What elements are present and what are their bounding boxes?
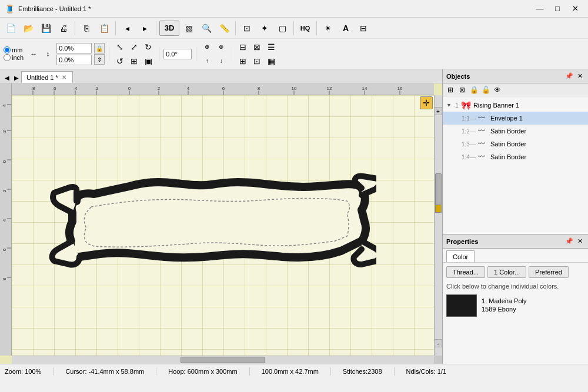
color-hint: Click below to change individual colors.	[443, 282, 588, 291]
tree-item-envelope1[interactable]: 1:1— 〰 Envelope 1	[443, 112, 588, 125]
scrollbar-h-thumb[interactable]	[181, 357, 265, 363]
paste-button[interactable]: 📋	[96, 20, 112, 36]
tab-nav-right[interactable]: ▶	[12, 72, 21, 83]
color-tab[interactable]: Color	[446, 250, 475, 262]
align3[interactable]: ☰	[265, 41, 278, 53]
hq-button[interactable]: HQ	[297, 20, 313, 36]
text-button[interactable]: A	[338, 20, 354, 36]
rotate-cw-button[interactable]: ↻	[142, 41, 155, 53]
inch-radio-label[interactable]: inch	[4, 54, 24, 61]
zoom-in-button[interactable]: +	[434, 107, 442, 115]
tab-nav-left[interactable]: ◀	[2, 72, 12, 83]
nodes-button[interactable]: ⊟	[355, 20, 372, 36]
effects-button[interactable]: ✴	[320, 20, 336, 36]
tree-label-satin1: Satin Border	[490, 128, 526, 135]
obj-lock-btn2[interactable]: 🔓	[480, 85, 491, 95]
width-arrow[interactable]: ↔	[27, 48, 40, 61]
stitch-btn4[interactable]: ↓	[215, 55, 228, 68]
color-swatch-area: 1: Madeira Poly 1589 Ebony	[443, 291, 588, 320]
y-input[interactable]	[56, 55, 92, 65]
tree-satin-icon-1: 〰	[478, 127, 489, 135]
preferred-button[interactable]: Preferred	[529, 266, 569, 278]
tab-close-button[interactable]: ✕	[61, 74, 68, 81]
canvas-grid[interactable]	[12, 95, 434, 356]
tree-num-s1: 1:2—	[462, 128, 476, 135]
objects-tree: ▼ -1 🎀 Rising Banner 1 1:1— 〰 Envelope 1…	[443, 96, 588, 166]
toolbar-separator-2	[115, 21, 116, 35]
expand-button[interactable]: ⇕	[94, 54, 105, 65]
scrollbar-corner	[434, 356, 442, 364]
one-color-button[interactable]: 1 Color...	[487, 266, 526, 278]
rotate-ccw-button[interactable]: ↺	[113, 55, 126, 68]
tree-item-satin3[interactable]: 1:4— 〰 Satin Border	[443, 150, 588, 163]
stitch-btn3[interactable]: ↑	[201, 55, 213, 68]
minimize-button[interactable]: —	[532, 2, 548, 15]
height-arrow[interactable]: ↕	[41, 48, 54, 61]
stitch-btn1[interactable]: ⊕	[201, 41, 213, 53]
thread-button[interactable]: Thread...	[446, 266, 485, 278]
objects-panel: Objects 📌 ✕ ⊞ ⊠ 🔒 🔓 👁 ▼ -1 🎀	[443, 69, 588, 234]
svg-text:-4: -4	[2, 104, 7, 109]
new-button[interactable]: 📄	[2, 20, 19, 36]
obj-view-btn1[interactable]: ⊞	[445, 85, 456, 95]
zoom-out-button[interactable]: -	[434, 339, 442, 347]
flip-v-button[interactable]: ⤢	[128, 41, 141, 53]
properties-pin[interactable]: 📌	[564, 237, 574, 246]
align2[interactable]: ⊠	[250, 41, 263, 53]
angle-input[interactable]	[163, 49, 192, 59]
tree-label-satin3: Satin Border	[490, 153, 526, 160]
align1[interactable]: ⊟	[236, 41, 249, 53]
navigator-button[interactable]: ✛	[420, 96, 433, 109]
objects-panel-pin[interactable]: 📌	[564, 72, 574, 81]
nudge-right-button[interactable]: ▸	[136, 20, 153, 36]
zoom-status: Zoom: 100%	[5, 368, 41, 375]
mm-radio-label[interactable]: mm	[4, 46, 24, 53]
maximize-button[interactable]: □	[549, 2, 566, 15]
lock-button[interactable]: 🔒	[94, 43, 105, 53]
position-status: 100.0mm x 42.7mm	[262, 368, 319, 375]
canvas-viewport[interactable]: -8 -6 -4 -2 0 2 4 6 8	[0, 83, 442, 364]
color-view-button[interactable]: ▧	[181, 20, 197, 36]
grid-button[interactable]: ⊞	[128, 55, 141, 68]
align4[interactable]: ⊞	[236, 55, 249, 68]
tab-untitled1[interactable]: Untitled 1 * ✕	[21, 71, 73, 83]
color-swatch[interactable]	[446, 294, 477, 317]
copy-button[interactable]: ⎘	[78, 20, 95, 36]
open-button[interactable]: 📂	[20, 20, 36, 36]
objects-panel-header: Objects 📌 ✕	[443, 69, 588, 83]
close-button[interactable]: ✕	[567, 2, 583, 15]
scrollbar-vertical[interactable]: + -	[434, 95, 442, 356]
svg-text:0: 0	[2, 160, 7, 163]
align6[interactable]: ▦	[265, 55, 278, 68]
hoop-select-button[interactable]: ⊡	[239, 20, 255, 36]
x-input[interactable]	[56, 43, 92, 53]
scroll-thumb-indicator[interactable]	[435, 205, 442, 213]
properties-close[interactable]: ✕	[575, 237, 584, 246]
tree-item-satin2[interactable]: 1:3— 〰 Satin Border	[443, 138, 588, 150]
obj-lock-btn[interactable]: 🔒	[469, 85, 479, 95]
color-brand: 1: Madeira Poly	[482, 297, 526, 304]
search-button[interactable]: 🔍	[198, 20, 215, 36]
color-info: 1: Madeira Poly 1589 Ebony	[482, 297, 526, 314]
flip-h-button[interactable]: ⤡	[113, 41, 126, 53]
print-button[interactable]: 🖨	[55, 20, 72, 36]
obj-view-btn2[interactable]: ⊠	[457, 85, 467, 95]
ruler-button[interactable]: 📏	[216, 20, 232, 36]
obj-eye-btn[interactable]: 👁	[492, 85, 503, 95]
stitch-btn2[interactable]: ⊗	[215, 41, 228, 53]
save-button[interactable]: 💾	[38, 20, 54, 36]
mm-radio[interactable]	[4, 46, 11, 53]
tree-item-satin1[interactable]: 1:2— 〰 Satin Border	[443, 125, 588, 138]
scrollbar-horizontal[interactable]	[12, 356, 434, 364]
select-button[interactable]: ▢	[274, 20, 290, 36]
tree-item-rising-banner[interactable]: ▼ -1 🎀 Rising Banner 1	[443, 99, 588, 112]
align5[interactable]: ⊡	[250, 55, 263, 68]
point-tool-button[interactable]: ✦	[256, 20, 273, 36]
tree-expand-icon: ▼	[446, 102, 453, 108]
svg-text:-2: -2	[2, 130, 7, 135]
inch-radio[interactable]	[4, 54, 11, 61]
nudge-left-button[interactable]: ◂	[119, 20, 135, 36]
3d-button[interactable]: 3D	[159, 21, 179, 36]
select-all-button[interactable]: ▣	[142, 55, 155, 68]
objects-panel-close[interactable]: ✕	[575, 72, 584, 81]
